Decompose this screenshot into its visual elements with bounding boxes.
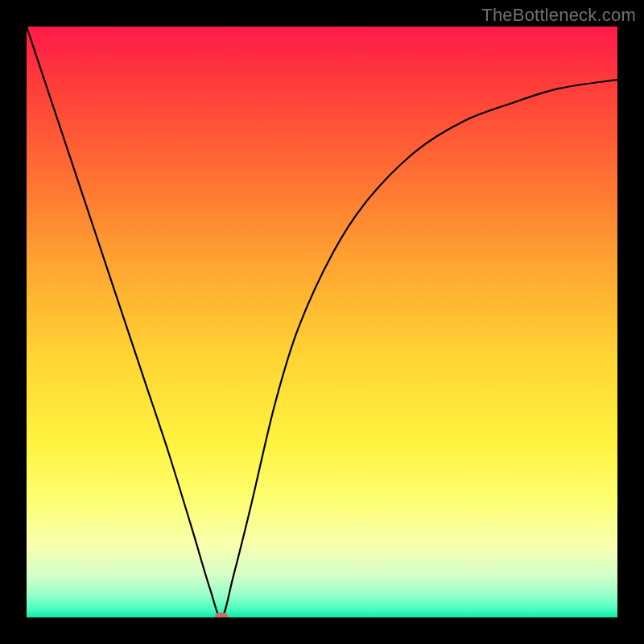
chart-frame: TheBottleneck.com <box>0 0 644 644</box>
watermark-text: TheBottleneck.com <box>481 5 636 26</box>
chart-plot-area <box>27 27 617 617</box>
chart-svg <box>27 27 617 617</box>
bottleneck-curve <box>27 27 617 617</box>
minimum-marker <box>215 613 228 617</box>
